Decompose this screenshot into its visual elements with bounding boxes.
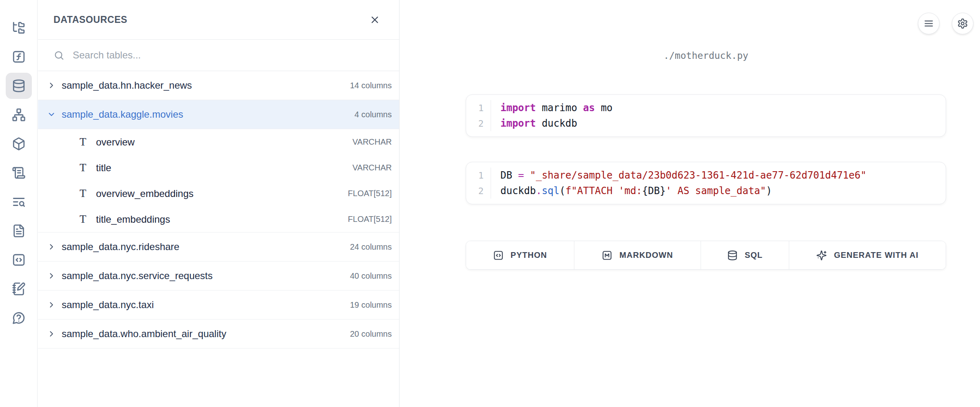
sparkles-icon [816,250,827,261]
sidebar-item-dependency-graph[interactable] [6,102,32,128]
variables-icon [12,50,26,64]
sidebar-item-scratchpad[interactable] [6,276,32,302]
code-line: 2duckdb.sql(f"ATTACH 'md:{DB}' AS sample… [466,183,946,199]
column-count: 24 columns [350,242,392,252]
code-text[interactable]: import marimo as mo [491,100,946,116]
column-count: 40 columns [350,271,392,281]
dependency-graph-icon [12,108,26,122]
marimo-app: DATASOURCES Search tables... sample_data… [0,0,980,407]
column-row[interactable]: Ttitle_embeddingsFLOAT[512] [38,206,399,232]
column-name: title_embeddings [96,214,170,225]
line-number: 1 [466,170,491,181]
packages-icon [12,137,26,151]
datasources-icon [12,79,26,93]
sidebar-item-variables[interactable] [6,44,32,70]
table-row[interactable]: sample_data.nyc.service_requests40 colum… [38,262,399,291]
table-name: sample_data.nyc.service_requests [62,270,213,282]
column-row[interactable]: ToverviewVARCHAR [38,129,399,155]
code-line: 1import marimo as mo [466,100,946,116]
snippets-icon [12,253,26,267]
code-text[interactable]: DB = "_share/sample_data/23b0d623-1361-4… [491,168,946,183]
column-name: overview [96,136,135,148]
chevron-right-icon [47,329,56,338]
code-cell[interactable]: 1DB = "_share/sample_data/23b0d623-1361-… [466,162,946,204]
line-number: 2 [466,119,491,129]
code-line: 1DB = "_share/sample_data/23b0d623-1361-… [466,168,946,183]
tables-list: sample_data.hn.hacker_news14 columnssamp… [38,71,399,349]
code-text[interactable]: import duckdb [491,116,946,131]
line-number: 2 [466,186,491,196]
datasources-panel: DATASOURCES Search tables... sample_data… [38,0,400,407]
table-name: sample_data.nyc.taxi [62,299,154,311]
menu-icon [923,18,934,29]
table-row[interactable]: sample_data.hn.hacker_news14 columns [38,71,399,100]
column-type: VARCHAR [353,163,392,172]
add-cell-markdown-button[interactable]: MARKDOWN [574,241,701,269]
column-name: overview_embeddings [96,188,194,199]
outline-search-icon [12,195,26,209]
gear-icon [957,18,968,29]
column-count: 14 columns [350,81,392,90]
columns-group: ToverviewVARCHARTtitleVARCHARToverview_e… [38,129,399,233]
sidebar-item-datasources[interactable] [6,73,32,99]
settings-button[interactable] [952,13,973,34]
code-cell[interactable]: 1import marimo as mo2import duckdb [466,94,946,137]
chevron-right-icon [47,81,56,90]
table-row[interactable]: sample_data.nyc.taxi19 columns [38,291,399,320]
scratchpad-icon [12,282,26,296]
chevron-right-icon [47,300,56,309]
sidebar-item-documentation[interactable] [6,218,32,244]
column-type: FLOAT[512] [348,215,392,224]
table-name: sample_data.hn.hacker_news [62,80,192,91]
table-name: sample_data.who.ambient_air_quality [62,328,226,340]
column-name: title [96,162,111,174]
chevron-right-icon [47,242,56,251]
column-type: VARCHAR [353,137,392,147]
column-type: FLOAT[512] [348,189,392,198]
table-name: sample_data.nyc.rideshare [62,241,179,253]
add-cell-python-button[interactable]: PYTHON [466,241,574,269]
column-row[interactable]: Toverview_embeddingsFLOAT[512] [38,181,399,206]
sidebar-item-snippets[interactable] [6,247,32,273]
text-type-icon: T [78,136,88,148]
button-label: PYTHON [511,250,547,260]
notebook-menu-button[interactable] [918,13,940,34]
text-type-icon: T [78,213,88,226]
column-count: 4 columns [355,110,392,119]
file-explorer-icon [12,21,26,35]
line-number: 1 [466,103,491,113]
add-cell-button-row: PYTHONMARKDOWNSQLGENERATE WITH AI [466,241,946,270]
panel-header: DATASOURCES [38,0,399,40]
column-count: 19 columns [350,300,392,310]
sidebar-item-outline-search[interactable] [6,189,32,215]
table-row[interactable]: sample_data.nyc.rideshare24 columns [38,233,399,262]
table-name: sample_data.kaggle.movies [62,109,183,120]
sidebar-item-packages[interactable] [6,131,32,157]
close-icon [369,14,380,25]
text-type-icon: T [78,161,88,174]
table-row[interactable]: sample_data.who.ambient_air_quality20 co… [38,320,399,349]
add-cell-generate-with-ai-button[interactable]: GENERATE WITH AI [789,241,946,269]
logs-icon [12,166,26,180]
column-row[interactable]: TtitleVARCHAR [38,155,399,181]
panel-title: DATASOURCES [54,14,127,25]
close-panel-button[interactable] [366,11,384,29]
documentation-icon [12,224,26,238]
notebook-filename[interactable]: ./motherduck.py [466,50,946,61]
button-label: SQL [745,250,763,260]
table-row[interactable]: sample_data.kaggle.movies4 columns [38,100,399,129]
sidebar-item-logs[interactable] [6,160,32,186]
add-cell-sql-button[interactable]: SQL [701,241,789,269]
search-icon [54,50,65,61]
database-icon [727,250,738,261]
button-label: GENERATE WITH AI [834,250,918,260]
code-line: 2import duckdb [466,116,946,131]
help-icon [12,311,26,325]
sidebar-item-help[interactable] [6,305,32,331]
activity-bar [0,0,38,407]
search-tables-input[interactable]: Search tables... [38,40,399,71]
button-label: MARKDOWN [619,250,673,260]
sidebar-item-file-explorer[interactable] [6,15,32,41]
code-text[interactable]: duckdb.sql(f"ATTACH 'md:{DB}' AS sample_… [491,183,946,199]
chevron-down-icon [47,110,56,119]
